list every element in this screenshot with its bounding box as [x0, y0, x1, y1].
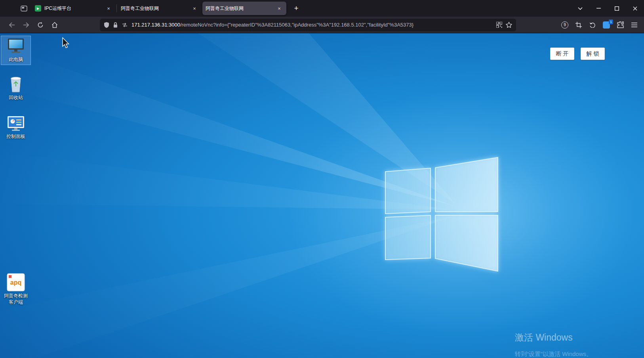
apq-logo-text: apq: [10, 279, 21, 286]
tab-list-button[interactable]: [571, 0, 589, 17]
maximize-icon: [615, 6, 619, 11]
desktop-icon-this-pc[interactable]: 此电脑: [1, 36, 31, 65]
this-pc-icon: [6, 38, 25, 55]
lock-icon: [113, 22, 118, 28]
firefox-view-icon: [21, 6, 27, 11]
firefox-view-button[interactable]: [17, 3, 30, 14]
url-bar[interactable]: 171.217.136.31:3000/remoteNoVnc?info={"r…: [100, 19, 516, 31]
remote-desktop-viewport[interactable]: 此电脑 回收站 控制面板: [0, 33, 644, 358]
window-controls: [571, 0, 644, 17]
profile-count-button[interactable]: 9: [560, 20, 570, 30]
minimize-button[interactable]: [589, 0, 608, 17]
close-window-button[interactable]: [626, 0, 644, 17]
tab-ipc-platform[interactable]: ▶ IPC运维平台 ×: [32, 2, 116, 15]
tab-apuqi-1[interactable]: 阿普奇工业物联网 ×: [118, 2, 202, 15]
desktop-icon-apq-client[interactable]: apq 阿普奇检测客户端: [1, 271, 31, 307]
tab-bar: ▶ IPC运维平台 × 阿普奇工业物联网 × 阿普奇工业物联网 × +: [0, 0, 644, 17]
reload-icon: [37, 22, 44, 28]
permissions-icon[interactable]: [122, 22, 128, 28]
restore-undo-button[interactable]: [587, 20, 598, 30]
navigation-toolbar: 171.217.136.31:3000/remoteNoVnc?info={"r…: [0, 17, 644, 33]
vnc-disconnect-button[interactable]: 断 开: [550, 48, 574, 60]
puzzle-icon: [617, 21, 624, 28]
url-text[interactable]: 171.217.136.31:3000/remoteNoVnc?info={"r…: [131, 22, 493, 28]
home-icon: [51, 22, 58, 28]
desktop-icon-label: 回收站: [9, 95, 23, 101]
shield-icon: [104, 22, 109, 28]
crop-icon: [575, 22, 582, 28]
reload-button[interactable]: [34, 19, 46, 31]
back-arrow-icon: [9, 22, 15, 28]
tab-title: IPC运维平台: [44, 5, 101, 12]
desktop-icon-label: 阿普奇检测客户端: [2, 293, 30, 305]
extension-with-badge-button[interactable]: 1: [601, 20, 612, 30]
bookmark-star-icon[interactable]: [506, 22, 512, 28]
desktop-icon-recycle-bin[interactable]: 回收站: [1, 73, 31, 103]
windows-wallpaper: [0, 33, 644, 358]
back-button[interactable]: [6, 19, 18, 31]
toolbar-right-icons: 9 1: [560, 20, 639, 30]
home-button[interactable]: [49, 19, 61, 31]
hamburger-menu-icon: [631, 23, 637, 27]
maximize-button[interactable]: [608, 0, 626, 17]
activate-windows-watermark-subtitle: 转到“设置”以激活 Windows。: [515, 350, 592, 358]
desktop-icon-control-panel[interactable]: 控制面板: [1, 113, 31, 142]
url-path: /remoteNoVnc?info={"repeaterID"%3A821150…: [180, 22, 413, 28]
screenshot-crop-button[interactable]: [574, 20, 584, 30]
extension-badge: 1: [609, 19, 613, 24]
control-panel-icon: [7, 115, 25, 132]
vnc-unlock-button[interactable]: 解 锁: [581, 48, 605, 60]
url-host: 171.217.136.31:3000: [131, 22, 180, 28]
tab-close-icon[interactable]: ×: [191, 4, 198, 12]
grid-qr-icon[interactable]: [496, 22, 502, 28]
chevron-down-icon: [578, 7, 583, 10]
close-icon: [633, 6, 637, 11]
play-favicon-icon: ▶: [35, 5, 41, 11]
undo-arrow-icon: [589, 22, 596, 28]
recycle-bin-icon: [8, 75, 24, 93]
tab-close-icon[interactable]: ×: [275, 4, 283, 12]
tab-title: 阿普奇工业物联网: [121, 5, 187, 12]
tab-title: 阿普奇工业物联网: [206, 5, 272, 12]
app-menu-button[interactable]: [629, 20, 639, 30]
activate-windows-watermark: 激活 Windows: [515, 331, 573, 344]
forward-arrow-icon: [23, 22, 29, 28]
minimize-icon: [596, 8, 601, 9]
tab-close-icon[interactable]: ×: [105, 4, 112, 12]
browser-window: ▶ IPC运维平台 × 阿普奇工业物联网 × 阿普奇工业物联网 × +: [0, 0, 644, 358]
desktop-icon-label: 此电脑: [9, 57, 23, 63]
extensions-button[interactable]: [615, 20, 625, 30]
apq-client-icon: apq: [7, 273, 25, 291]
profile-count-icon: 9: [561, 21, 568, 29]
forward-button[interactable]: [20, 19, 32, 31]
mouse-cursor: [61, 37, 70, 49]
new-tab-button[interactable]: +: [290, 2, 302, 14]
tab-separator: [116, 4, 117, 12]
desktop-icon-label: 控制面板: [6, 134, 25, 140]
tab-apuqi-2-active[interactable]: 阿普奇工业物联网 ×: [202, 2, 286, 15]
